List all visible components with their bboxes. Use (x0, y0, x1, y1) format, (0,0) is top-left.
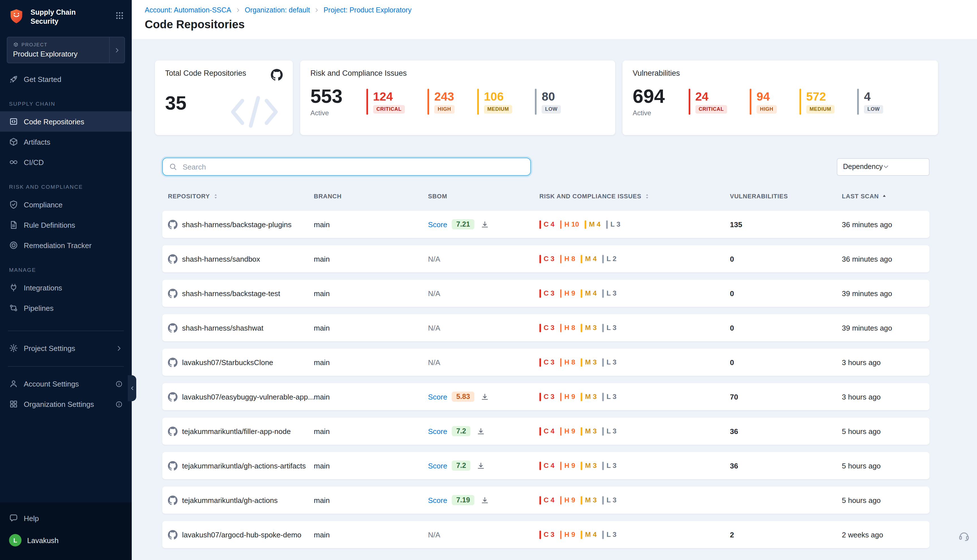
help-chat-icon (9, 514, 18, 523)
sidebar-item-get-started[interactable]: Get Started (0, 69, 132, 89)
repository-name[interactable]: lavakush07/argocd-hub-spoke-demo (182, 530, 301, 539)
content: Total Code Repositories 35 Risk and Comp… (132, 39, 977, 560)
avatar: L (9, 534, 22, 547)
sbom-na: N/A (428, 289, 440, 298)
github-icon (168, 357, 177, 367)
sbom-score-link[interactable]: Score (428, 496, 447, 504)
breadcrumb-link[interactable]: Account: Automation-SSCA (145, 6, 231, 14)
repository-name[interactable]: shash-harness/backstage-plugins (182, 220, 291, 228)
table-row[interactable]: shash-harness/backstage-plugins main Sco… (162, 211, 930, 238)
severity-chip-high: H 8 (560, 255, 575, 263)
github-icon (168, 392, 177, 402)
column-header-risk-and-compliance-issues[interactable]: RISK AND COMPLIANCE ISSUES (539, 193, 730, 200)
column-label: SBOM (428, 193, 447, 200)
headset-support-icon[interactable] (959, 530, 970, 542)
sbom-score-link[interactable]: Score (428, 462, 447, 470)
module-grid-icon[interactable] (115, 11, 124, 20)
sbom-score-value: 7.2 (452, 426, 471, 436)
repository-name[interactable]: tejakummarikuntla/gh-actions-artifacts (182, 462, 306, 470)
severity-chip-critical: C 3 (539, 255, 554, 263)
severity-stat-high: 243 HIGH (428, 89, 454, 115)
severity-count: 94 (757, 90, 770, 102)
integrations-icon (9, 283, 18, 292)
download-sbom-icon[interactable] (477, 427, 485, 435)
severity-chip-critical: C 4 (539, 220, 554, 228)
vulnerabilities-cell: 36 (730, 427, 842, 435)
severity-chip-high: H 9 (560, 530, 575, 539)
table-row[interactable]: tejakummarikuntla/gh-actions-artifacts m… (162, 452, 930, 479)
severity-badge: MEDIUM (806, 105, 835, 113)
sidebar-item-ci-cd[interactable]: CI/CD (0, 152, 132, 172)
issues-cell: C 3 H 9 M 4 L 3 (539, 530, 730, 539)
sidebar-item-project-settings[interactable]: Project Settings (0, 338, 132, 358)
severity-chip-medium: M 3 (581, 496, 597, 504)
sidebar-item-integrations[interactable]: Integrations (0, 277, 132, 298)
chevron-right-icon[interactable] (109, 37, 124, 63)
repository-name[interactable]: shash-harness/backstage-test (182, 289, 280, 298)
table-header: REPOSITORY BRANCH SBOM RISK AND COMPLIAN… (162, 193, 930, 200)
branch-cell: main (314, 462, 428, 470)
column-header-last-scan[interactable]: LAST SCAN (842, 193, 930, 200)
github-icon (168, 427, 177, 436)
sidebar-item-organization-settings[interactable]: Organization Settings (0, 394, 132, 414)
severity-chip-low: L 3 (603, 323, 616, 332)
summary-cards: Total Code Repositories 35 Risk and Comp… (155, 60, 977, 135)
sbom-score-link[interactable]: Score (428, 220, 447, 228)
sidebar-item-help[interactable]: Help (0, 508, 132, 528)
risk-severity-stats: 124 CRITICAL 243 HIGH 106 MEDIUM 80 LOW (366, 89, 561, 115)
sidebar-item-remediation-tracker[interactable]: Remediation Tracker (0, 235, 132, 255)
repository-name[interactable]: tejakummarikuntla/filler-app-node (182, 427, 291, 435)
sidebar-item-rule-definitions[interactable]: Rule Definitions (0, 215, 132, 235)
sidebar-collapse-button[interactable] (128, 375, 136, 401)
user-menu[interactable]: L Lavakush (0, 528, 132, 552)
download-sbom-icon[interactable] (481, 220, 489, 228)
project-selector[interactable]: PROJECT Product Exploratory (7, 37, 125, 63)
table-row[interactable]: lavakush07/easybuggy-vulnerable-app... m… (162, 383, 930, 410)
table-row[interactable]: shash-harness/backstage-test main N/A C … (162, 280, 930, 307)
download-sbom-icon[interactable] (477, 462, 485, 470)
table-row[interactable]: tejakummarikuntla/gh-actions main Score … (162, 487, 930, 514)
severity-badge: CRITICAL (373, 105, 405, 113)
download-sbom-icon[interactable] (481, 496, 489, 504)
repository-name[interactable]: lavakush07/StarbucksClone (182, 358, 273, 367)
sidebar-item-compliance[interactable]: Compliance (0, 194, 132, 215)
severity-chip-low: L 3 (603, 289, 616, 298)
repository-name[interactable]: shash-harness/shashwat (182, 323, 264, 332)
severity-chip-medium: M 3 (581, 323, 597, 332)
column-header-repository[interactable]: REPOSITORY (162, 193, 314, 200)
severity-count: 24 (695, 90, 708, 102)
sidebar-item-pipelines[interactable]: Pipelines (0, 298, 132, 318)
table-row[interactable]: shash-harness/shashwat main N/A C 3 H 8 … (162, 314, 930, 341)
sidebar-item-label: Get Started (24, 75, 61, 83)
repository-name[interactable]: shash-harness/sandbox (182, 255, 260, 263)
issues-cell: C 3 H 9 M 4 L 3 (539, 289, 730, 298)
vulnerabilities-cell: 0 (730, 289, 842, 298)
sbom-score-link[interactable]: Score (428, 392, 447, 401)
repository-name[interactable]: lavakush07/easybuggy-vulnerable-app... (182, 392, 314, 401)
dropdown-value: Dependency (843, 163, 883, 171)
table-row[interactable]: lavakush07/StarbucksClone main N/A C 3 H… (162, 349, 930, 376)
sidebar-item-label: Integrations (24, 283, 62, 292)
sidebar-item-account-settings[interactable]: Account Settings (0, 373, 132, 394)
severity-chip-low: L 3 (603, 496, 616, 504)
search-box[interactable] (162, 158, 531, 176)
table-row[interactable]: tejakummarikuntla/filler-app-node main S… (162, 418, 930, 445)
sidebar-item-code-repositories[interactable]: Code Repositories (0, 111, 132, 132)
breadcrumb-link[interactable]: Project: Product Exploratory (323, 6, 411, 14)
sidebar-item-artifacts[interactable]: Artifacts (0, 132, 132, 152)
app: Supply Chain Security PROJECT Product Ex… (0, 0, 977, 560)
table-row[interactable]: shash-harness/sandbox main N/A C 3 H 8 M… (162, 245, 930, 272)
table-row[interactable]: lavakush07/argocd-hub-spoke-demo main N/… (162, 521, 930, 548)
repository-name[interactable]: tejakummarikuntla/gh-actions (182, 496, 277, 504)
column-label: LAST SCAN (842, 193, 879, 200)
github-icon (168, 461, 177, 470)
download-sbom-icon[interactable] (481, 392, 489, 401)
pipelines-icon (9, 303, 18, 312)
sbom-score-link[interactable]: Score (428, 427, 447, 435)
severity-count: 80 (542, 90, 555, 102)
dependency-dropdown[interactable]: Dependency (837, 158, 930, 175)
breadcrumb-link[interactable]: Organization: default (245, 6, 310, 14)
severity-bar (477, 89, 479, 115)
last-scan-cell: 5 hours ago (842, 462, 930, 470)
search-input[interactable] (182, 162, 524, 172)
